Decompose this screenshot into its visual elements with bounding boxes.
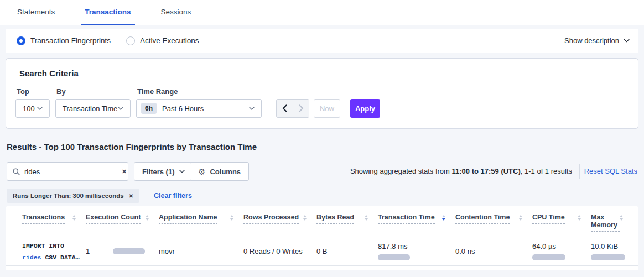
results-search-box[interactable]: ✕ (7, 162, 128, 181)
by-label: By (56, 87, 131, 96)
chevron-down-icon (37, 107, 43, 110)
cpu-time-cell: 64.0 µs (532, 242, 591, 260)
top-label: Top (17, 87, 50, 96)
columns-button[interactable]: ⚙ Columns (190, 162, 249, 181)
columns-button-label: Columns (210, 168, 241, 176)
sort-icon[interactable] (72, 213, 76, 221)
stats-time-range: 11:00 to 17:59 (UTC) (452, 167, 521, 175)
transaction-fingerprint-link[interactable]: IMPORT INTO rides CSV DATA… (22, 240, 86, 263)
column-header-bytes-read[interactable]: Bytes Read (316, 213, 378, 232)
sort-icon[interactable] (230, 213, 233, 221)
transaction-time-cell: 817.8 ms (378, 242, 455, 260)
show-description-label: Show description (564, 36, 619, 45)
sort-icon[interactable] (620, 213, 623, 221)
column-header-contention-time[interactable]: Contention Time (455, 213, 532, 232)
top-field: Top 100 (15, 87, 50, 118)
column-header-execution-count[interactable]: Execution Count (86, 213, 159, 232)
execution-count-cell: 1 (86, 247, 159, 255)
view-toggle-row: Transaction Fingerprints Active Executio… (6, 29, 638, 53)
top-tab-bar: Statements Transactions Sessions (0, 0, 644, 25)
sort-icon[interactable] (442, 213, 445, 221)
show-description-toggle[interactable]: Show description (564, 36, 630, 45)
sort-icon[interactable] (365, 213, 368, 221)
contention-time-cell: 0.0 ns (455, 247, 532, 255)
sort-icon[interactable] (146, 213, 149, 221)
filter-tag-label: Runs Longer Than: 300 milliseconds (13, 192, 124, 199)
column-header-cpu-time[interactable]: CPU Time (532, 213, 591, 232)
column-header-transaction-time[interactable]: Transaction Time (378, 213, 455, 232)
tab-sessions[interactable]: Sessions (157, 0, 195, 25)
radio-transaction-fingerprints[interactable]: Transaction Fingerprints (17, 36, 111, 45)
execution-count-bar (113, 248, 145, 254)
vertical-divider (579, 164, 580, 179)
gear-icon: ⚙ (198, 168, 205, 176)
tab-statements[interactable]: Statements (13, 0, 59, 25)
time-range-value: Past 6 Hours (162, 104, 204, 113)
next-time-window-button[interactable] (293, 100, 309, 117)
chevron-down-icon (624, 39, 630, 43)
radio-unselected-icon (126, 36, 135, 45)
time-range-label: Time Range (137, 87, 262, 96)
application-name-cell: movr (159, 247, 243, 255)
clear-search-icon[interactable]: ✕ (122, 168, 127, 175)
reset-sql-stats-link[interactable]: Reset SQL Stats (584, 167, 637, 175)
table-header-row: Transactions Execution Count Application… (6, 206, 638, 237)
aggregated-stats-text: Showing aggregated stats from 11:00 to 1… (350, 167, 572, 175)
time-range-badge: 6h (141, 103, 157, 114)
search-icon (13, 168, 20, 175)
filter-tag: Runs Longer Than: 300 milliseconds ✕ (7, 189, 139, 203)
max-memory-cell: 10.0 KiB (591, 242, 633, 260)
radio-selected-icon (17, 36, 25, 45)
sort-icon[interactable] (578, 213, 581, 221)
results-controls: ✕ Filters (1) ⚙ Columns Showing aggregat… (7, 162, 637, 181)
tab-transactions[interactable]: Transactions (81, 0, 134, 25)
max-memory-bar (591, 254, 625, 260)
by-select[interactable]: Transaction Time (55, 99, 131, 118)
search-match-highlight: rides (22, 254, 41, 261)
search-criteria-card: Search Criteria Top 100 By Transaction T… (6, 58, 638, 129)
by-select-value: Transaction Time (63, 104, 117, 113)
column-header-rows-processed[interactable]: Rows Processed (243, 213, 316, 232)
remove-filter-icon[interactable]: ✕ (129, 193, 133, 199)
apply-button[interactable]: Apply (350, 99, 380, 118)
chevron-down-icon (118, 107, 123, 110)
column-header-application-name[interactable]: Application Name (159, 213, 243, 232)
previous-time-window-button[interactable] (277, 100, 293, 117)
radio-active-executions[interactable]: Active Executions (126, 36, 199, 45)
top-select[interactable]: 100 (15, 99, 50, 118)
time-range-select[interactable]: 6h Past 6 Hours (136, 99, 262, 118)
clear-filters-link[interactable]: Clear filters (154, 192, 192, 200)
column-header-transactions[interactable]: Transactions (22, 213, 86, 232)
time-range-field: Time Range 6h Past 6 Hours (136, 87, 262, 118)
search-criteria-fields: Top 100 By Transaction Time Ti (15, 87, 380, 118)
transaction-time-bar (378, 254, 410, 260)
search-criteria-title: Search Criteria (19, 69, 79, 78)
chevron-down-icon (249, 107, 255, 110)
radio-label: Transaction Fingerprints (30, 36, 111, 45)
active-filters-row: Runs Longer Than: 300 milliseconds ✕ Cle… (7, 189, 192, 203)
results-table: Transactions Execution Count Application… (6, 206, 638, 270)
filters-button-label: Filters (1) (142, 168, 175, 176)
column-header-max-memory[interactable]: Max Memory (591, 213, 633, 232)
sort-icon[interactable] (519, 213, 522, 221)
sort-icon[interactable] (303, 213, 307, 221)
cpu-time-bar (532, 254, 565, 260)
results-heading: Results - Top 100 Transaction Fingerprin… (7, 142, 257, 151)
by-field: By Transaction Time (55, 87, 131, 118)
transactions-page: Statements Transactions Sessions Transac… (0, 0, 644, 277)
top-select-value: 100 (23, 104, 35, 113)
search-input[interactable] (24, 168, 122, 176)
bytes-read-cell: 0 B (316, 247, 378, 255)
rows-processed-cell: 0 Reads / 0 Writes (243, 247, 316, 255)
chevron-down-icon (179, 170, 185, 173)
time-window-arrows (276, 99, 309, 118)
table-row: IMPORT INTO rides CSV DATA… 1 movr 0 Rea… (6, 237, 638, 266)
radio-label: Active Executions (140, 36, 199, 45)
filters-button[interactable]: Filters (1) (134, 162, 193, 181)
now-button[interactable]: Now (314, 99, 340, 118)
